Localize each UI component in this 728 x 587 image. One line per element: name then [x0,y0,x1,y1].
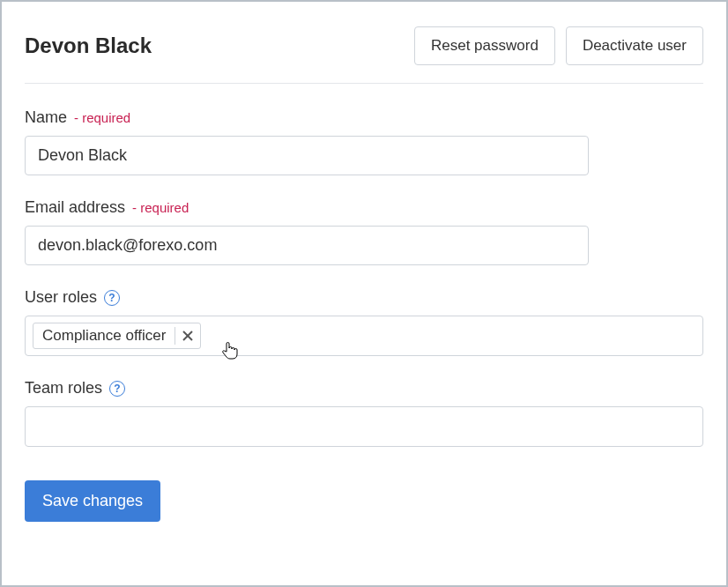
name-label-row: Name - required [25,108,703,127]
required-indicator: - required [74,110,130,125]
header-actions: Reset password Deactivate user [414,26,703,65]
help-icon[interactable]: ? [109,381,125,397]
user-roles-label-row: User roles ? [25,288,703,307]
role-tag: Compliance officer [33,323,201,349]
team-roles-label-row: Team roles ? [25,379,703,398]
deactivate-user-button[interactable]: Deactivate user [566,26,703,65]
header-row: Devon Black Reset password Deactivate us… [25,26,703,65]
save-changes-button[interactable]: Save changes [25,480,160,522]
help-icon[interactable]: ? [104,290,120,306]
team-roles-text-input[interactable] [33,418,695,435]
user-roles-form-group: User roles ? Compliance officer [25,288,703,356]
required-indicator: - required [132,200,189,215]
close-icon [182,331,193,341]
name-input[interactable] [25,136,589,175]
page-title: Devon Black [25,33,152,58]
email-label: Email address [25,198,125,217]
divider [25,83,703,84]
role-tag-label: Compliance officer [33,323,175,348]
email-input[interactable] [25,226,589,265]
remove-tag-button[interactable] [175,327,200,345]
email-form-group: Email address - required [25,198,703,265]
team-roles-input[interactable] [25,406,703,447]
reset-password-button[interactable]: Reset password [414,26,555,65]
name-form-group: Name - required [25,108,703,175]
user-roles-label: User roles [25,288,97,307]
user-roles-input[interactable]: Compliance officer [25,316,703,356]
team-roles-label: Team roles [25,379,102,398]
team-roles-form-group: Team roles ? [25,379,703,447]
email-label-row: Email address - required [25,198,703,217]
user-edit-panel: Devon Black Reset password Deactivate us… [2,2,726,585]
name-label: Name [25,108,67,127]
user-roles-text-input[interactable] [206,327,695,345]
